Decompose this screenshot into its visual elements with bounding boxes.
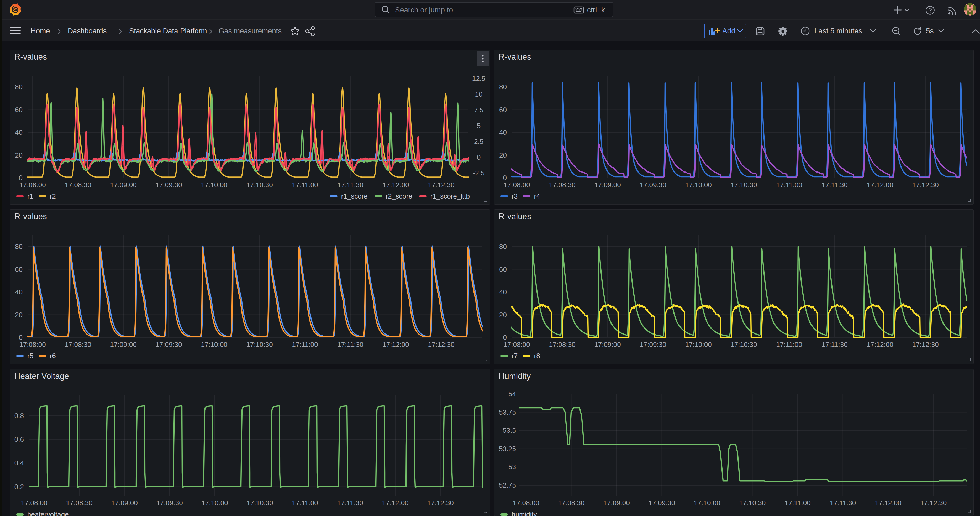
svg-text:17:12:30: 17:12:30 [428, 341, 454, 349]
svg-text:10: 10 [475, 90, 483, 98]
svg-text:17:10:30: 17:10:30 [246, 341, 273, 349]
svg-text:17:09:00: 17:09:00 [594, 341, 621, 349]
svg-text:r3: r3 [512, 192, 517, 200]
svg-text:17:09:00: 17:09:00 [594, 181, 621, 189]
svg-text:17:12:00: 17:12:00 [382, 499, 408, 507]
svg-text:17:09:30: 17:09:30 [640, 181, 666, 189]
svg-text:60: 60 [499, 266, 507, 273]
svg-text:17:10:30: 17:10:30 [730, 181, 757, 189]
svg-text:40: 40 [499, 288, 507, 296]
svg-text:17:09:00: 17:09:00 [110, 341, 137, 349]
svg-text:r6: r6 [50, 352, 56, 360]
svg-text:17:12:00: 17:12:00 [867, 181, 893, 189]
svg-text:5: 5 [477, 122, 480, 130]
svg-text:17:11:00: 17:11:00 [292, 181, 318, 189]
svg-text:r4: r4 [534, 192, 540, 200]
svg-text:2.5: 2.5 [474, 138, 484, 145]
svg-text:20: 20 [15, 151, 22, 159]
svg-text:17:10:00: 17:10:00 [201, 341, 227, 349]
svg-text:r2: r2 [50, 192, 56, 200]
svg-text:17:11:30: 17:11:30 [337, 341, 363, 349]
svg-text:17:10:30: 17:10:30 [247, 499, 273, 507]
svg-text:0.8: 0.8 [14, 412, 24, 420]
svg-text:17:08:00: 17:08:00 [19, 181, 46, 189]
svg-text:0: 0 [503, 333, 507, 341]
svg-text:20: 20 [499, 311, 507, 319]
svg-text:17:08:30: 17:08:30 [549, 181, 575, 189]
svg-text:17:10:00: 17:10:00 [685, 341, 711, 349]
svg-text:r7: r7 [512, 352, 517, 360]
svg-text:17:08:00: 17:08:00 [512, 499, 539, 507]
svg-text:17:08:00: 17:08:00 [21, 499, 47, 507]
svg-text:17:12:30: 17:12:30 [428, 181, 454, 189]
svg-text:-2.5: -2.5 [473, 169, 485, 177]
svg-text:12.5: 12.5 [472, 75, 485, 83]
svg-text:17:11:00: 17:11:00 [292, 341, 318, 349]
svg-text:17:10:00: 17:10:00 [201, 181, 227, 189]
svg-text:52.75: 52.75 [499, 481, 516, 489]
svg-text:r5: r5 [27, 352, 33, 360]
svg-text:80: 80 [15, 243, 22, 250]
svg-text:40: 40 [499, 128, 507, 136]
svg-text:17:12:30: 17:12:30 [912, 341, 939, 349]
svg-text:53: 53 [508, 463, 516, 471]
svg-text:17:12:30: 17:12:30 [920, 499, 947, 507]
svg-text:17:08:30: 17:08:30 [65, 341, 91, 349]
svg-text:17:08:30: 17:08:30 [558, 499, 584, 507]
svg-text:r1: r1 [27, 192, 33, 200]
svg-text:17:09:00: 17:09:00 [603, 499, 630, 507]
svg-text:17:09:00: 17:09:00 [110, 181, 137, 189]
svg-text:60: 60 [499, 106, 507, 114]
svg-text:80: 80 [499, 243, 507, 250]
svg-text:17:12:00: 17:12:00 [382, 341, 409, 349]
svg-text:17:10:00: 17:10:00 [694, 499, 720, 507]
svg-text:0: 0 [503, 174, 507, 182]
svg-text:17:10:30: 17:10:30 [739, 499, 765, 507]
svg-text:20: 20 [499, 151, 507, 159]
svg-text:17:11:30: 17:11:30 [337, 181, 363, 189]
svg-text:0.6: 0.6 [14, 435, 24, 443]
svg-text:17:10:00: 17:10:00 [201, 499, 228, 507]
svg-text:60: 60 [15, 266, 22, 273]
svg-text:17:10:30: 17:10:30 [730, 341, 757, 349]
svg-text:17:09:30: 17:09:30 [155, 181, 182, 189]
svg-text:7.5: 7.5 [474, 106, 484, 114]
svg-text:17:12:00: 17:12:00 [867, 341, 893, 349]
svg-text:17:10:00: 17:10:00 [685, 181, 711, 189]
svg-text:80: 80 [499, 83, 507, 91]
svg-text:17:09:30: 17:09:30 [156, 499, 183, 507]
svg-text:17:09:00: 17:09:00 [111, 499, 137, 507]
svg-text:0: 0 [19, 333, 22, 341]
svg-text:17:11:00: 17:11:00 [776, 341, 802, 349]
svg-text:17:09:30: 17:09:30 [649, 499, 675, 507]
svg-text:0: 0 [19, 174, 22, 182]
svg-text:17:08:00: 17:08:00 [503, 341, 530, 349]
svg-text:17:12:00: 17:12:00 [382, 181, 409, 189]
svg-text:17:08:30: 17:08:30 [549, 341, 575, 349]
svg-text:17:09:30: 17:09:30 [640, 341, 666, 349]
svg-text:17:11:30: 17:11:30 [821, 341, 848, 349]
svg-text:17:08:30: 17:08:30 [66, 499, 92, 507]
svg-text:17:08:00: 17:08:00 [503, 181, 530, 189]
svg-text:53.5: 53.5 [503, 427, 516, 434]
svg-text:17:08:00: 17:08:00 [19, 341, 46, 349]
svg-text:80: 80 [15, 83, 22, 91]
svg-text:17:12:30: 17:12:30 [427, 499, 453, 507]
svg-text:17:11:30: 17:11:30 [337, 499, 363, 507]
svg-text:17:08:30: 17:08:30 [65, 181, 91, 189]
svg-text:17:11:30: 17:11:30 [821, 181, 848, 189]
svg-text:17:11:00: 17:11:00 [784, 499, 810, 507]
svg-text:0.2: 0.2 [14, 483, 24, 491]
svg-text:17:11:00: 17:11:00 [292, 499, 318, 507]
svg-text:0: 0 [477, 153, 480, 161]
svg-text:53.75: 53.75 [499, 408, 516, 416]
svg-text:17:10:30: 17:10:30 [246, 181, 273, 189]
svg-text:0.4: 0.4 [14, 459, 24, 467]
svg-text:17:09:30: 17:09:30 [155, 341, 182, 349]
svg-text:humidity: humidity [512, 511, 537, 516]
svg-text:60: 60 [15, 106, 22, 114]
svg-text:20: 20 [15, 311, 22, 319]
svg-text:r1_score: r1_score [341, 192, 368, 200]
svg-text:r8: r8 [534, 352, 540, 360]
svg-text:17:12:00: 17:12:00 [875, 499, 901, 507]
